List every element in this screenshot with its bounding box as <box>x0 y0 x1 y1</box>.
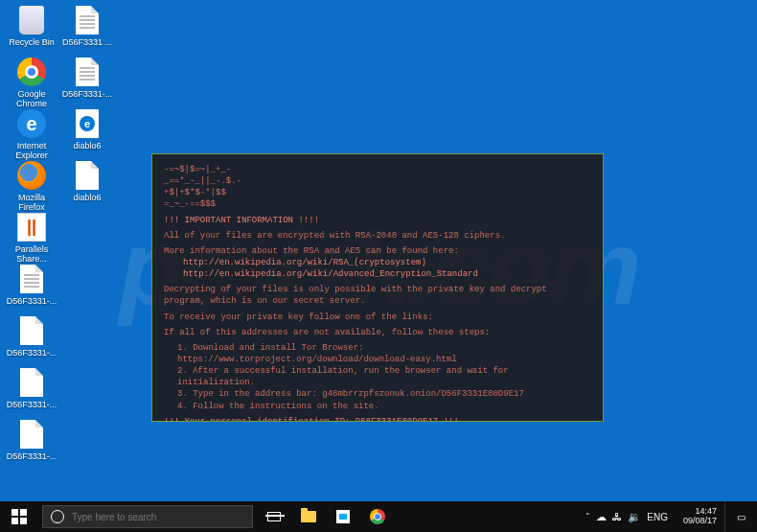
language-indicator[interactable]: ENG <box>647 512 668 522</box>
note-text: Decrypting of your files is only possibl… <box>164 284 591 307</box>
desktop-icon-file[interactable]: D56F3331-... <box>6 418 57 462</box>
search-box[interactable] <box>42 505 253 528</box>
icon-label: Google Chrome <box>6 90 57 109</box>
desktop-icon-diablo6[interactable]: diablo6 <box>61 159 113 203</box>
chrome-icon <box>17 58 46 86</box>
icon-label: diablo6 <box>61 194 113 203</box>
note-text: To receive your private key follow one o… <box>164 312 591 323</box>
desktop-icon-diablo6-edge[interactable]: ediablo6 <box>61 107 113 151</box>
file-icon <box>20 316 43 345</box>
edge-file-icon: e <box>76 109 99 138</box>
desktop-icon-file[interactable]: D56F3331-... <box>6 314 57 359</box>
parallels-icon: || <box>17 213 46 242</box>
note-text: All of your files are encrypted with RSA… <box>164 230 591 242</box>
system-tray[interactable]: ˄ ☁ 🖧 🔉 ENG <box>578 511 676 523</box>
note-personal-id: !!! Your personal identification ID: D56… <box>164 416 591 422</box>
icon-label: D56F3331-... <box>6 297 57 307</box>
file-explorer-button[interactable] <box>291 501 326 532</box>
recycle-bin-icon <box>19 6 44 35</box>
text-file-icon <box>20 265 43 293</box>
desktop: Recycle Bin Google Chrome Internet Explo… <box>0 0 757 501</box>
note-ascii: +$|+$*$-*|$$ <box>164 187 591 198</box>
note-text: If all of this addresses are not availab… <box>164 327 591 338</box>
icon-label: D56F3331 ... <box>61 38 113 48</box>
task-view-icon <box>267 512 281 521</box>
firefox-icon <box>17 161 46 190</box>
file-icon <box>20 420 43 449</box>
icon-label: Internet Explorer <box>6 142 57 161</box>
store-button[interactable] <box>326 501 360 532</box>
action-center-button[interactable]: ▭ <box>724 501 757 532</box>
icon-label: Mozilla Firefox <box>6 194 57 213</box>
ie-icon <box>17 109 46 138</box>
ransom-note-window[interactable]: -=~$|$=~|_+_- _==*_-_||_-.$.- +$|+$*$-*|… <box>151 153 604 422</box>
note-ascii: -=~$|$=~|_+_- <box>164 164 591 175</box>
network-icon[interactable]: 🖧 <box>612 512 622 522</box>
note-step: 4. Follow the instructions on the site. <box>164 401 591 412</box>
desktop-icon-ie[interactable]: Internet Explorer <box>6 107 57 161</box>
chrome-icon <box>370 509 385 524</box>
notification-icon: ▭ <box>737 512 746 522</box>
note-step: 3. Type in the address bar: g46mbrrzpfsz… <box>164 388 591 400</box>
desktop-icon-parallels[interactable]: ||Parallels Share... <box>6 211 57 265</box>
chrome-taskbar-button[interactable] <box>360 501 395 532</box>
note-step: 1. Download and install Tor Browser: htt… <box>164 342 591 365</box>
icon-label: D56F3331-... <box>6 401 57 410</box>
icon-label: diablo6 <box>61 142 113 151</box>
file-icon <box>76 161 99 190</box>
clock[interactable]: 14:47 09/08/17 <box>676 507 724 526</box>
windows-logo-icon <box>11 509 27 524</box>
task-icons <box>257 501 395 532</box>
note-step: 2. After a successful installation, run … <box>164 365 591 388</box>
note-ascii: _==*_-_||_-.$.- <box>164 175 591 187</box>
note-link: http://en.wikipedia.org/wiki/RSA_(crypto… <box>164 257 591 268</box>
text-file-icon <box>76 6 99 35</box>
icon-label: Recycle Bin <box>6 38 57 48</box>
desktop-icon-file[interactable]: D56F3331-... <box>6 263 57 307</box>
note-text: More information about the RSA and AES c… <box>164 245 591 257</box>
volume-icon[interactable]: 🔉 <box>628 511 641 523</box>
icon-label: D56F3331-... <box>6 349 57 359</box>
clock-date: 09/08/17 <box>683 517 717 526</box>
icon-label: Parallels Share... <box>6 245 57 265</box>
task-view-button[interactable] <box>257 501 291 532</box>
desktop-icon-firefox[interactable]: Mozilla Firefox <box>6 159 57 213</box>
icon-label: D56F3331-... <box>6 452 57 462</box>
note-link: http://en.wikipedia.org/wiki/Advanced_En… <box>164 268 591 280</box>
desktop-icon-chrome[interactable]: Google Chrome <box>6 56 57 109</box>
desktop-icon-recycle-bin[interactable]: Recycle Bin <box>6 4 57 48</box>
onedrive-icon[interactable]: ☁ <box>596 511 607 523</box>
search-input[interactable] <box>72 512 244 522</box>
desktop-icon-file[interactable]: D56F3331 ... <box>61 4 113 48</box>
desktop-icon-file[interactable]: D56F3331-... <box>6 366 57 410</box>
cortana-icon <box>51 510 64 523</box>
icon-label: D56F3331-... <box>61 90 113 100</box>
taskbar: ˄ ☁ 🖧 🔉 ENG 14:47 09/08/17 ▭ <box>0 501 757 532</box>
store-icon <box>336 510 350 523</box>
file-icon <box>20 368 43 397</box>
text-file-icon <box>76 58 99 86</box>
note-important-header: !!! IMPORTANT INFORMATION !!!! <box>164 215 591 226</box>
tray-chevron-icon[interactable]: ˄ <box>585 512 590 521</box>
start-button[interactable] <box>0 501 38 532</box>
note-ascii: =_~_-==$$$ <box>164 198 591 210</box>
folder-icon <box>301 511 316 522</box>
desktop-icon-file[interactable]: D56F3331-... <box>61 56 113 100</box>
